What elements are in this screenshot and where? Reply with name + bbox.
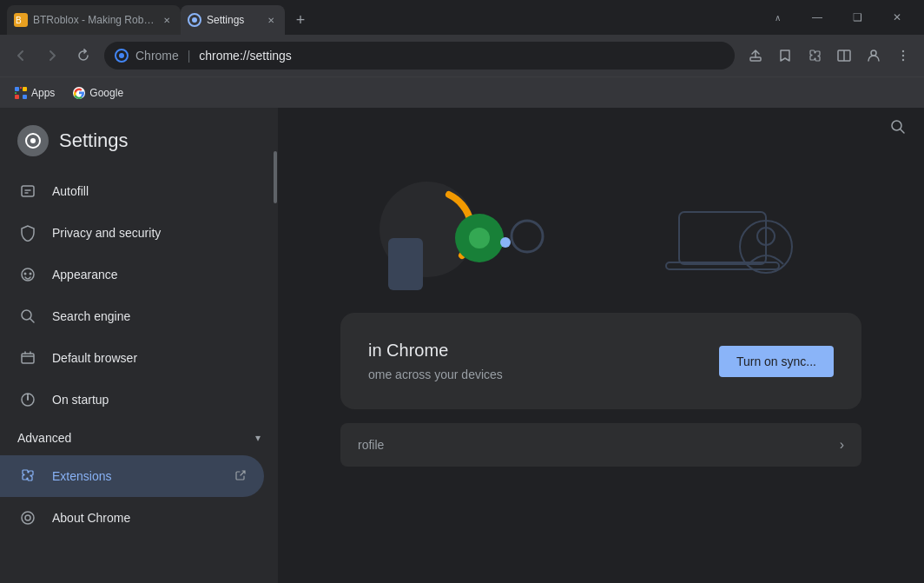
sidebar-item-startup[interactable]: On startup (0, 379, 264, 421)
profile-row-text-customize: rofile (358, 438, 840, 452)
svg-point-9 (871, 50, 876, 56)
profile-row-customize[interactable]: rofile › (340, 423, 861, 467)
about-chrome-icon (17, 507, 38, 528)
appearance-label: Appearance (52, 268, 247, 282)
privacy-label: Privacy and security (52, 226, 247, 240)
sidebar-item-autofill[interactable]: Autofill (0, 170, 264, 212)
btroblox-tab-title: BTRoblox - Making Roblox Bette... (33, 14, 155, 26)
svg-point-11 (902, 55, 904, 56)
svg-point-38 (25, 515, 30, 520)
svg-point-3 (192, 17, 197, 23)
apps-bookmark[interactable]: Apps (7, 83, 62, 103)
back-button[interactable] (7, 42, 35, 70)
browser-toolbar: Chrome | chrome://settings (0, 35, 924, 76)
forward-button[interactable] (38, 42, 66, 70)
svg-rect-30 (22, 354, 34, 363)
sidebar-item-extensions[interactable]: Extensions (0, 455, 264, 497)
svg-point-10 (902, 50, 904, 52)
svg-rect-16 (15, 92, 16, 94)
svg-point-44 (500, 237, 511, 248)
sidebar-item-search[interactable]: Search engine (0, 295, 264, 337)
sync-illustration (358, 142, 844, 299)
apps-label: Apps (31, 87, 55, 99)
svg-rect-18 (23, 95, 27, 99)
tab-btroblox[interactable]: B BTRoblox - Making Roblox Bette... ✕ (7, 5, 181, 35)
sync-illustration-svg (358, 142, 844, 299)
settings-tab-title: Settings (207, 14, 259, 26)
bookmarks-bar: Apps Google (0, 76, 924, 108)
svg-point-12 (902, 59, 904, 61)
svg-line-40 (901, 129, 904, 133)
bookmark-button[interactable] (771, 42, 799, 70)
svg-line-29 (30, 319, 34, 322)
default-browser-icon (17, 348, 38, 368)
svg-rect-6 (750, 57, 761, 61)
extensions-button[interactable] (801, 42, 828, 70)
advanced-section-header[interactable]: Advanced ▾ (0, 421, 278, 455)
share-button[interactable] (742, 42, 769, 70)
svg-rect-46 (388, 238, 423, 290)
svg-rect-22 (22, 186, 34, 196)
about-chrome-label: About Chrome (52, 511, 247, 525)
autofill-label: Autofill (52, 184, 247, 198)
google-favicon (72, 86, 86, 100)
google-bookmark[interactable]: Google (65, 83, 130, 103)
svg-point-37 (22, 512, 34, 524)
sidebar: Settings Autofill Privacy and security A… (0, 108, 278, 583)
svg-point-39 (892, 121, 901, 130)
sidebar-item-default-browser[interactable]: Default browser (0, 337, 264, 379)
svg-rect-14 (20, 87, 22, 89)
svg-rect-17 (15, 95, 19, 99)
minimize-button[interactable]: — (797, 0, 837, 35)
default-browser-label: Default browser (52, 351, 247, 365)
settings-logo-icon (17, 125, 49, 156)
toolbar-actions (742, 42, 917, 70)
svg-point-26 (24, 273, 27, 275)
advanced-label: Advanced (17, 431, 71, 445)
sidebar-item-privacy[interactable]: Privacy and security (0, 212, 264, 254)
sync-button[interactable]: Turn on sync... (719, 346, 834, 377)
address-path: chrome://settings (199, 49, 292, 63)
svg-point-27 (30, 273, 32, 275)
privacy-icon (17, 222, 38, 243)
sidebar-item-about[interactable]: About Chrome (0, 497, 264, 539)
main-layout: Settings Autofill Privacy and security A… (0, 108, 924, 583)
address-domain: Chrome (135, 49, 179, 63)
sync-title: in Chrome (368, 341, 702, 361)
content-search-button[interactable] (889, 118, 907, 139)
tab-settings[interactable]: Settings ✕ (181, 5, 285, 35)
new-tab-button[interactable]: + (288, 8, 313, 32)
window-controls: ∧ — ❑ ✕ (757, 0, 917, 35)
extensions-label: Extensions (52, 469, 221, 483)
sidebar-title: Settings (59, 129, 129, 152)
address-bar[interactable]: Chrome | chrome://settings (104, 42, 735, 70)
sync-card: in Chrome ome across your devices Turn o… (340, 313, 861, 409)
sync-subtitle-text: ome across your devices (368, 368, 503, 381)
title-bar: B BTRoblox - Making Roblox Bette... ✕ Se… (0, 0, 924, 35)
menu-button[interactable] (889, 42, 917, 70)
svg-point-36 (27, 394, 29, 395)
address-text: Chrome | chrome://settings (135, 49, 724, 63)
settings-tab-close[interactable]: ✕ (264, 13, 278, 27)
sync-title-text: in Chrome (368, 341, 448, 360)
svg-point-45 (512, 221, 543, 252)
tab-strip: B BTRoblox - Making Roblox Bette... ✕ Se… (7, 0, 754, 35)
startup-label: On startup (52, 393, 247, 407)
close-button[interactable]: ✕ (877, 0, 917, 35)
extensions-external-icon (234, 469, 247, 484)
svg-text:B: B (16, 16, 22, 25)
profile-button[interactable] (860, 42, 888, 70)
search-engine-icon (17, 306, 38, 327)
svg-rect-13 (15, 87, 19, 91)
advanced-chevron-icon: ▾ (255, 432, 261, 444)
sidebar-item-appearance[interactable]: Appearance (0, 254, 264, 295)
svg-point-28 (22, 310, 31, 320)
maximize-button[interactable]: ❑ (837, 0, 877, 35)
sidebar-header: Settings (0, 108, 278, 170)
split-view-button[interactable] (830, 42, 858, 70)
svg-point-5 (119, 53, 124, 58)
btroblox-favicon: B (14, 13, 28, 27)
window-chevron: ∧ (757, 0, 797, 35)
btroblox-tab-close[interactable]: ✕ (160, 13, 174, 27)
reload-button[interactable] (69, 42, 97, 70)
